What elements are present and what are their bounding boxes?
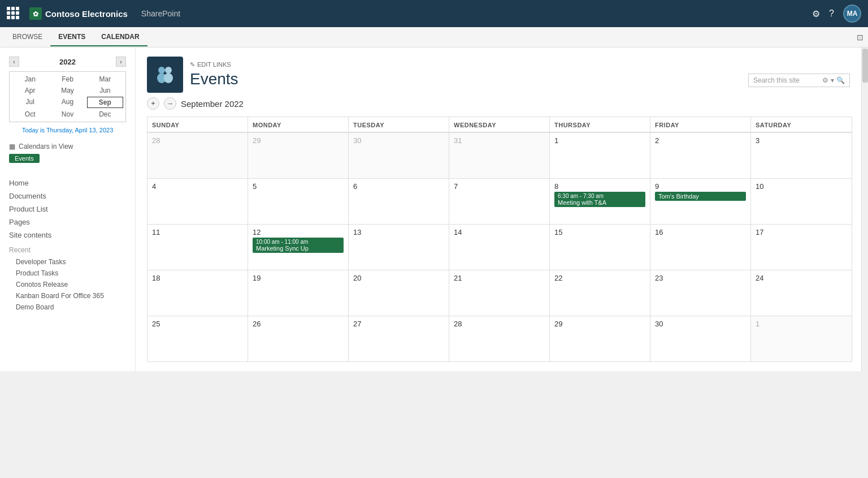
week-row-5: 25 26 27 28 29 30 1 [147, 316, 852, 361]
cal-prev-button[interactable]: + [147, 97, 159, 110]
events-calendar-badge[interactable]: Events [9, 154, 40, 163]
cal-cell[interactable]: 25 [147, 316, 248, 361]
nav-home[interactable]: Home [9, 176, 126, 190]
cal-cell-fri-week2[interactable]: 9 Tom's Birthday [650, 179, 751, 224]
month-aug[interactable]: Aug [49, 97, 85, 108]
month-nov[interactable]: Nov [49, 109, 85, 119]
cal-cell[interactable]: 30 [650, 316, 751, 361]
cal-cell[interactable]: 27 [349, 316, 449, 361]
cal-cell[interactable]: 26 [248, 316, 349, 361]
cal-cell[interactable]: 29 [550, 316, 650, 361]
mini-cal-prev[interactable]: ‹ [9, 57, 19, 67]
nav-conotos-release[interactable]: Conotos Release [9, 279, 126, 290]
cal-cell[interactable]: 28 [147, 133, 248, 178]
mini-cal-year: 2022 [59, 58, 76, 66]
cal-cell[interactable]: 1 [751, 316, 852, 361]
cal-cell[interactable]: 22 [550, 270, 650, 316]
event-marketing-sync[interactable]: 10:00 am - 11:00 am Marketing Sync Up [253, 238, 344, 253]
month-may[interactable]: May [49, 85, 85, 96]
cal-cell[interactable]: 31 [449, 133, 550, 178]
sharepoint-label: SharePoint [141, 9, 180, 18]
nav-product-list[interactable]: Product List [9, 203, 126, 216]
cal-cell[interactable]: 21 [449, 270, 550, 316]
cal-cell[interactable]: 23 [650, 270, 751, 316]
cal-cell[interactable]: 16 [650, 225, 751, 270]
cal-cell-mon-week3[interactable]: 12 10:00 am - 11:00 am Marketing Sync Up [248, 225, 349, 270]
nav-pages[interactable]: Pages [9, 216, 126, 229]
event-time: 6:30 am - 7:30 am [558, 193, 642, 199]
help-icon[interactable]: ? [829, 8, 834, 19]
event-time: 10:00 am - 11:00 am [256, 239, 340, 245]
month-dec[interactable]: Dec [87, 109, 123, 119]
month-jan[interactable]: Jan [12, 74, 48, 84]
month-jul[interactable]: Jul [12, 97, 48, 108]
cal-cell[interactable]: 24 [751, 270, 852, 316]
brand-logo[interactable]: ✿ Contoso Electronics [29, 7, 128, 20]
nav-site-contents[interactable]: Site contents [9, 229, 126, 242]
cal-cell[interactable]: 17 [751, 225, 852, 270]
cal-cell[interactable]: 2 [650, 133, 751, 178]
event-toms-birthday[interactable]: Tom's Birthday [655, 192, 746, 201]
avatar[interactable]: MA [843, 5, 861, 23]
day-header-tue: TUESDAY [349, 117, 449, 132]
tab-events[interactable]: EVENTS [50, 28, 93, 46]
page-title: Events [190, 70, 238, 89]
cal-cell[interactable]: 13 [349, 225, 449, 270]
cal-cell[interactable]: 4 [147, 179, 248, 224]
month-feb[interactable]: Feb [49, 74, 85, 84]
cal-cell[interactable]: 14 [449, 225, 550, 270]
brand-name: Contoso Electronics [45, 9, 128, 19]
cal-cell[interactable]: 28 [449, 316, 550, 361]
search-dropdown-icon[interactable]: ▾ [831, 76, 834, 84]
cal-cell[interactable]: 15 [550, 225, 650, 270]
week-row-2: 4 5 6 7 8 6:30 am - 7:30 am Meeting with… [147, 178, 852, 224]
edit-links[interactable]: ✎ EDIT LINKS [190, 61, 238, 68]
minimize-icon[interactable]: ⊡ [857, 33, 863, 42]
mini-cal-next[interactable]: › [116, 57, 126, 67]
month-apr[interactable]: Apr [12, 85, 48, 96]
nav-product-tasks[interactable]: Product Tasks [9, 268, 126, 279]
mini-cal-months: Jan Feb Mar Apr May Jun Jul Aug Sep Oct … [9, 71, 126, 122]
cal-cell[interactable]: 7 [449, 179, 550, 224]
nav-kanban-board[interactable]: Kanban Board For Office 365 [9, 290, 126, 302]
search-icon[interactable]: 🔍 [836, 76, 845, 84]
calendar-grid: SUNDAY MONDAY TUESDAY WEDNESDAY THURSDAY… [147, 117, 852, 362]
search-settings-icon[interactable]: ⚙ [822, 76, 828, 84]
month-oct[interactable]: Oct [12, 109, 48, 119]
cal-cell[interactable]: 3 [751, 133, 852, 178]
cal-cell[interactable]: 29 [248, 133, 349, 178]
search-box[interactable]: Search this site ⚙ ▾ 🔍 [748, 74, 850, 87]
day-header-wed: WEDNESDAY [449, 117, 550, 132]
cal-next-button[interactable]: → [164, 97, 176, 110]
svg-point-6 [164, 73, 173, 83]
cal-cell[interactable]: 19 [248, 270, 349, 316]
tab-calendar[interactable]: CALENDAR [93, 28, 147, 46]
month-jun[interactable]: Jun [87, 85, 123, 96]
tab-browse[interactable]: BROWSE [5, 28, 50, 46]
content-area: ✎ EDIT LINKS Events Search this site ⚙ ▾… [136, 48, 861, 371]
nav-developer-tasks[interactable]: Developer Tasks [9, 256, 126, 268]
scrollbar[interactable] [861, 48, 868, 371]
cal-cell[interactable]: 10 [751, 179, 852, 224]
event-meeting-ta[interactable]: 6:30 am - 7:30 am Meeting with T&A [554, 192, 645, 207]
month-mar[interactable]: Mar [87, 74, 123, 84]
month-sep[interactable]: Sep [87, 97, 123, 108]
site-logo [147, 57, 183, 93]
cal-cell[interactable]: 6 [349, 179, 449, 224]
mini-calendar: ‹ 2022 › Jan Feb Mar Apr May Jun Jul Aug… [9, 57, 126, 134]
cal-cell-thu-week2[interactable]: 8 6:30 am - 7:30 am Meeting with T&A [550, 179, 650, 224]
cal-cell[interactable]: 1 [550, 133, 650, 178]
day-header-fri: FRIDAY [650, 117, 751, 132]
waffle-menu-icon[interactable] [7, 7, 20, 20]
nav-documents[interactable]: Documents [9, 190, 126, 203]
scrollbar-thumb[interactable] [862, 49, 868, 83]
cal-cell[interactable]: 30 [349, 133, 449, 178]
cal-cell[interactable]: 5 [248, 179, 349, 224]
nav-links: Home Documents Product List Pages Site c… [9, 176, 126, 313]
cal-cell[interactable]: 20 [349, 270, 449, 316]
cal-cell[interactable]: 18 [147, 270, 248, 316]
settings-icon[interactable]: ⚙ [812, 8, 820, 19]
calendar-section: + → September 2022 SUNDAY MONDAY TUESDAY… [136, 97, 861, 371]
nav-demo-board[interactable]: Demo Board [9, 302, 126, 313]
cal-cell[interactable]: 11 [147, 225, 248, 270]
